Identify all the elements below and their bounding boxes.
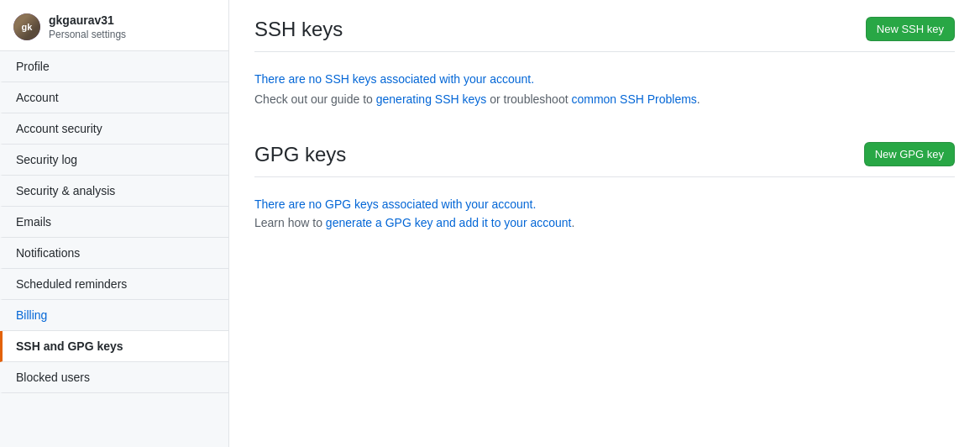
sidebar-item-security-analysis[interactable]: Security & analysis bbox=[0, 176, 228, 207]
ssh-keys-section: SSH keys New SSH key There are no SSH ke… bbox=[254, 17, 955, 115]
common-ssh-problems-link[interactable]: common SSH Problems bbox=[571, 92, 696, 106]
sidebar-item-account[interactable]: Account bbox=[0, 82, 228, 113]
main-content: SSH keys New SSH key There are no SSH ke… bbox=[229, 0, 980, 447]
ssh-section-header: SSH keys New SSH key bbox=[254, 17, 955, 52]
gpg-keys-section: GPG keys New GPG key There are no GPG ke… bbox=[254, 142, 955, 236]
sidebar: gk gkgaurav31 Personal settings Profile … bbox=[0, 0, 229, 447]
avatar-image: gk bbox=[13, 13, 40, 40]
gpg-section-title: GPG keys bbox=[254, 143, 346, 166]
sidebar-user-header: gk gkgaurav31 Personal settings bbox=[0, 0, 228, 51]
sidebar-item-account-security[interactable]: Account security bbox=[0, 113, 228, 145]
sidebar-item-scheduled-reminders[interactable]: Scheduled reminders bbox=[0, 269, 228, 300]
avatar: gk bbox=[13, 13, 40, 40]
sidebar-item-ssh-gpg-keys[interactable]: SSH and GPG keys bbox=[0, 331, 228, 362]
user-info: gkgaurav31 Personal settings bbox=[49, 13, 126, 40]
sidebar-item-security-log[interactable]: Security log bbox=[0, 145, 228, 176]
ssh-section-body: There are no SSH keys associated with yo… bbox=[254, 66, 955, 115]
sidebar-item-billing[interactable]: Billing bbox=[0, 300, 228, 331]
username: gkgaurav31 bbox=[49, 13, 126, 27]
gpg-section-body: There are no GPG keys associated with yo… bbox=[254, 191, 955, 236]
sidebar-item-blocked-users[interactable]: Blocked users bbox=[0, 362, 228, 393]
ssh-guide-text: Check out our guide to generating SSH ke… bbox=[254, 91, 955, 108]
generate-gpg-key-link[interactable]: generate a GPG key and add it to your ac… bbox=[326, 216, 572, 229]
sidebar-item-notifications[interactable]: Notifications bbox=[0, 238, 228, 269]
new-gpg-key-button[interactable]: New GPG key bbox=[864, 142, 955, 166]
ssh-section-title: SSH keys bbox=[254, 18, 343, 41]
sidebar-item-profile[interactable]: Profile bbox=[0, 51, 228, 82]
sidebar-item-emails[interactable]: Emails bbox=[0, 207, 228, 238]
gpg-section-header: GPG keys New GPG key bbox=[254, 142, 955, 177]
user-subtitle: Personal settings bbox=[49, 29, 126, 40]
gpg-learn-text: Learn how to generate a GPG key and add … bbox=[254, 216, 955, 229]
new-ssh-key-button[interactable]: New SSH key bbox=[866, 17, 955, 41]
ssh-no-keys-text: There are no SSH keys associated with yo… bbox=[254, 72, 955, 86]
generating-ssh-keys-link[interactable]: generating SSH keys bbox=[376, 92, 487, 106]
gpg-no-keys-text: There are no GPG keys associated with yo… bbox=[254, 197, 955, 211]
